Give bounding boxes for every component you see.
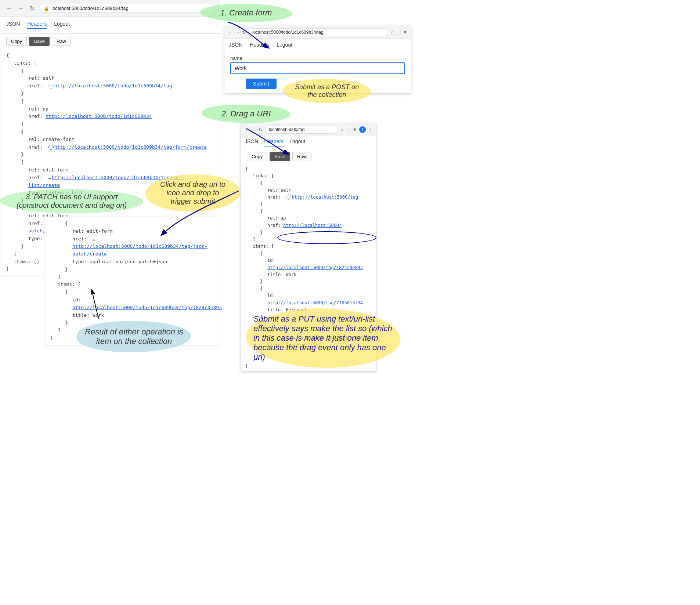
json-line: { bbox=[6, 67, 214, 75]
json-line: rel: up bbox=[6, 105, 214, 113]
cloud-icon: ☁ bbox=[48, 174, 51, 181]
back-arrow-btn[interactable]: ← bbox=[230, 79, 242, 88]
annotation-result: Result of either operation is item on th… bbox=[77, 321, 191, 352]
mini-refresh-btn[interactable]: ↻ bbox=[242, 30, 246, 35]
uri-raw-button[interactable]: Raw bbox=[292, 152, 311, 161]
uri-save-button[interactable]: Save bbox=[270, 152, 290, 161]
star-icon[interactable]: ☆ bbox=[390, 30, 394, 35]
mini-browser-chrome: ← → ↻ localhost:5000/todo/1d1c609b34/tag… bbox=[224, 26, 411, 39]
json-line: href: http://localhost:5000/todo/1d1c609… bbox=[6, 113, 214, 120]
lock-icon: 🔒 bbox=[44, 6, 49, 11]
cf-nav-headers[interactable]: Headers bbox=[250, 42, 269, 48]
json-line: { bbox=[245, 285, 372, 292]
json-line: } bbox=[245, 229, 372, 236]
uri-nav-json[interactable]: JSON bbox=[245, 138, 258, 146]
uri-up-href[interactable]: http://localhost:5000/ bbox=[283, 223, 342, 228]
annotation-step2-text: 2. Drag a URI bbox=[221, 109, 271, 118]
uri-copy-button[interactable]: Copy bbox=[247, 152, 267, 161]
uri-nav-logout[interactable]: Logout bbox=[289, 138, 305, 146]
nav-headers[interactable]: Headers bbox=[27, 21, 47, 29]
json-line: { bbox=[245, 250, 372, 257]
cf-nav-json[interactable]: JSON bbox=[229, 42, 242, 48]
json-line: } bbox=[50, 266, 214, 273]
uri-star-icon[interactable]: ☆ bbox=[340, 127, 344, 132]
annotation-step3-text: 3. PATCH has no UI support(construct doc… bbox=[17, 193, 127, 209]
patch-cloud-icon: ☁ bbox=[93, 236, 95, 243]
json-line: } bbox=[245, 278, 372, 285]
uri-minus-icon[interactable]: − bbox=[286, 195, 291, 200]
json-line: } bbox=[6, 120, 214, 128]
nav-logout[interactable]: Logout bbox=[54, 21, 70, 29]
forward-button[interactable]: → bbox=[17, 4, 25, 13]
uri-menu-icon[interactable]: ⋮ bbox=[368, 127, 372, 132]
name-input[interactable] bbox=[230, 62, 405, 74]
patch-edit-form-link[interactable]: http://localhost:5000/todo/1d1c609b34/ta… bbox=[72, 243, 208, 257]
back-button[interactable]: ← bbox=[5, 4, 14, 13]
viridian-icon[interactable]: ▼ bbox=[403, 30, 407, 35]
uri-nav-headers[interactable]: Headers bbox=[264, 138, 284, 146]
mini-forward-btn[interactable]: → bbox=[235, 30, 240, 35]
uri-address-bar[interactable]: localhost:5000/tag bbox=[265, 126, 338, 134]
uri-forward-btn[interactable]: → bbox=[252, 127, 256, 133]
uri-app-nav: JSON Headers Logout bbox=[241, 136, 376, 149]
uri-viridian-icon[interactable]: ▼ bbox=[353, 127, 357, 132]
json-line: items: [ bbox=[245, 243, 372, 250]
address-bar[interactable]: 🔒 localhost:5000/todo/1d1c609b34/tag bbox=[39, 4, 216, 13]
json-line: } bbox=[6, 90, 214, 98]
raw-button[interactable]: Raw bbox=[52, 37, 71, 46]
uri-refresh-btn[interactable]: ↻ bbox=[259, 127, 263, 133]
url-text: localhost:5000/todo/1d1c609b34/tag bbox=[51, 6, 129, 11]
save-button[interactable]: Save bbox=[29, 37, 50, 46]
browser-chrome: ← → ↻ 🔒 localhost:5000/todo/1d1c609b34/t… bbox=[0, 0, 220, 17]
json-line: links: [ bbox=[6, 59, 214, 67]
json-line: { bbox=[50, 289, 214, 296]
annotation-step1-text: 1. Create form bbox=[220, 8, 272, 17]
json-line: rel: self bbox=[6, 75, 214, 82]
extension-icon[interactable]: ⬚ bbox=[397, 30, 401, 35]
minus-icon[interactable]: − bbox=[48, 84, 54, 89]
uri-back-btn[interactable]: ← bbox=[245, 127, 249, 133]
json-line: rel: up bbox=[245, 215, 372, 222]
uri-item-2-id-link[interactable]: http://localhost:5000/tag/7165013f34 bbox=[267, 300, 363, 305]
up-href-link[interactable]: http://localhost:5000/todo/1d1c609b34 bbox=[46, 113, 152, 119]
uri-ext-icon[interactable]: ⬚ bbox=[346, 127, 350, 132]
annotation-click-drag: Click and drag uri toicon and drop totri… bbox=[145, 174, 241, 211]
uri-toolbar: Copy Save Raw bbox=[241, 149, 376, 164]
refresh-button[interactable]: ↻ bbox=[28, 3, 36, 13]
json-line: } bbox=[245, 201, 372, 208]
json-line: { bbox=[245, 166, 372, 173]
patch-item-title: title: Work bbox=[50, 312, 214, 319]
toolbar: Copy Save Raw bbox=[0, 34, 220, 49]
create-form-href-link[interactable]: http://localhost:5000/todo/1d1c609b34/ta… bbox=[54, 144, 207, 150]
json-line: rel: create-form bbox=[6, 136, 214, 144]
annotation-result-text: Result of either operation is item on th… bbox=[85, 327, 183, 346]
json-line: { bbox=[50, 220, 214, 228]
copy-button[interactable]: Copy bbox=[6, 37, 27, 46]
mini-back-btn[interactable]: ← bbox=[228, 30, 233, 35]
json-line: href: http://localhost:5000/ bbox=[245, 222, 372, 229]
app-nav: JSON Headers Logout bbox=[0, 17, 220, 34]
mini-address-bar[interactable]: localhost:5000/todo/1d1c609b34/tag bbox=[248, 28, 388, 36]
create-form-nav: JSON Headers Logout bbox=[224, 39, 411, 51]
json-line: } bbox=[6, 151, 214, 159]
uri-item-1-title: title: Work bbox=[245, 271, 372, 278]
uri-item-1-id: id: http://localhost:5000/tag/1824c0e893 bbox=[245, 257, 372, 271]
uri-self-href[interactable]: http://localhost:5000/tag bbox=[292, 195, 358, 200]
uri-item-2-id: id: http://localhost:5000/tag/7165013f34 bbox=[245, 292, 372, 306]
uri-item-1-id-link[interactable]: http://localhost:5000/tag/1824c0e893 bbox=[267, 265, 363, 270]
json-line: ] bbox=[245, 236, 372, 243]
uri-notification-badge: 1 bbox=[359, 126, 366, 133]
json-line: href: ☁http://localhost:5000/todo/1d1c60… bbox=[50, 235, 214, 258]
self-href-link[interactable]: http://localhost:5000/todo/1d1c609b34/ta… bbox=[54, 83, 172, 88]
annotation-submit-post: Submit as a POST on the collection bbox=[283, 79, 371, 103]
cf-nav-logout[interactable]: Logout bbox=[277, 42, 292, 48]
nav-json[interactable]: JSON bbox=[6, 21, 20, 29]
patch-item-id-link[interactable]: http://localhost:5000/todo/1d1c609b34/ta… bbox=[72, 305, 222, 310]
json-line: { bbox=[6, 52, 214, 59]
json-line: { bbox=[6, 159, 214, 166]
json-line: rel: edit-form bbox=[50, 228, 214, 235]
json-line: rel: self bbox=[245, 187, 372, 194]
json-line: { bbox=[6, 128, 214, 136]
plus-icon[interactable]: + bbox=[48, 145, 54, 150]
submit-button[interactable]: Submit bbox=[246, 79, 277, 89]
